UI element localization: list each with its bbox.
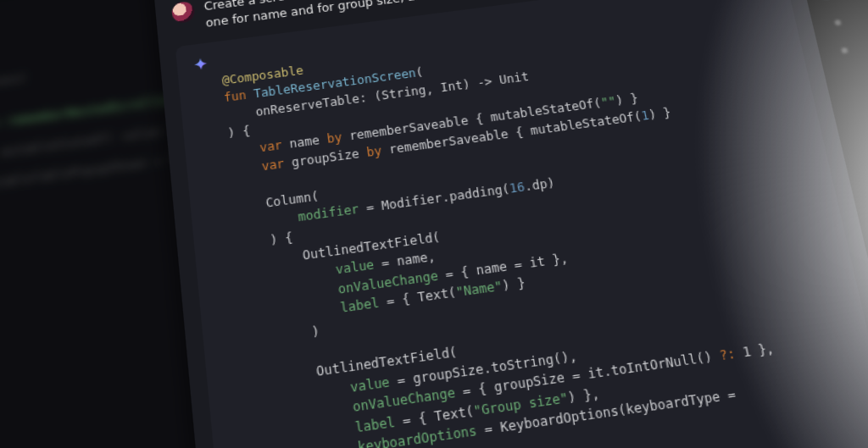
- tool-icon-4[interactable]: [834, 19, 842, 25]
- code-content[interactable]: @Composable fun TableReservationScreen( …: [220, 0, 868, 448]
- gemini-panel: Gemini Create a screen that has two inpu…: [153, 0, 868, 448]
- gemini-spark-icon: [191, 56, 211, 75]
- tool-icon-5[interactable]: [841, 47, 849, 54]
- avatar: [171, 1, 196, 24]
